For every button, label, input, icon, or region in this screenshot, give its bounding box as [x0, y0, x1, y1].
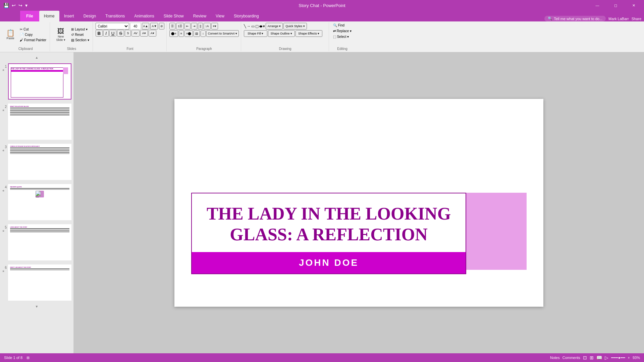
bullets-button[interactable]: ☰ — [169, 23, 175, 29]
slides-label: Slides — [67, 46, 76, 51]
slides-group: 🖼 NewSlide ▾ ⊞ Layout ▾ ↺ Reset ▤ Sectio… — [51, 22, 93, 51]
drawing-label: Drawing — [279, 46, 291, 51]
new-slide-button[interactable]: 🖼 NewSlide ▾ — [53, 27, 69, 42]
tab-home[interactable]: Home — [39, 11, 59, 21]
shape-more[interactable]: ▾ — [263, 24, 265, 28]
underline-button[interactable]: U — [109, 30, 117, 37]
shape-outline-button[interactable]: Shape Outline ▾ — [268, 30, 295, 37]
section-icon: ▤ — [71, 38, 74, 42]
tab-insert[interactable]: Insert — [59, 11, 79, 21]
align-right-button[interactable]: ≡⬤ — [184, 30, 193, 37]
tab-file[interactable]: File — [20, 11, 39, 21]
reading-view-button[interactable]: 📖 — [596, 355, 602, 360]
font-size-increase[interactable]: A▲ — [142, 23, 150, 29]
align-center-button[interactable]: ≡ — [179, 30, 184, 37]
copy-button[interactable]: 📄 Copy — [18, 32, 48, 37]
customize-button[interactable]: ▾ — [24, 2, 28, 9]
layout-button[interactable]: ⊞ Layout ▾ — [70, 27, 90, 32]
fit-slide-icon[interactable]: ⊞ — [26, 356, 30, 360]
strikethrough-button[interactable]: S — [117, 30, 124, 37]
slide-4-thumb[interactable]: FAVORITE QUOTE — [8, 184, 71, 220]
find-label: Find — [338, 23, 344, 27]
slide-5-thumb[interactable]: LIKED ABOUT THE STORY — [8, 224, 71, 260]
clear-formatting-button[interactable]: ⊘ — [159, 23, 164, 29]
tab-transitions[interactable]: Transitions — [101, 11, 129, 21]
undo-button[interactable]: ↩ — [11, 2, 16, 9]
slide-3-thumb[interactable]: COMMON LIFE PROBLEMS THE AUTHOR IS WRITI… — [8, 144, 71, 180]
shadow-button[interactable]: S — [125, 30, 131, 37]
replace-button[interactable]: ⇄ Replace ▾ — [332, 28, 353, 34]
justify-button[interactable]: ▤ — [194, 30, 200, 37]
shape-rect[interactable]: ▭ — [251, 24, 255, 28]
shape-fill-button[interactable]: Shape Fill ▾ — [244, 30, 267, 37]
shape-line2[interactable]: → — [247, 24, 251, 28]
window-title: Story Chat - PowerPoint — [299, 3, 345, 8]
user-label[interactable]: Mark LaBarr — [608, 17, 629, 21]
slide-sorter-button[interactable]: ⊞ — [590, 355, 594, 360]
slide-title-box[interactable]: THE LADY IN THE LOOKING GLASS: A REFLECT… — [191, 193, 466, 274]
arrange-button[interactable]: Arrange ▾ — [266, 23, 283, 29]
find-button[interactable]: 🔍 Find — [332, 23, 346, 28]
restore-button[interactable]: ◻ — [608, 0, 623, 11]
close-button[interactable]: ✕ — [626, 0, 641, 11]
presenter-view-button[interactable]: ▷ — [605, 355, 608, 360]
tab-design[interactable]: Design — [79, 11, 101, 21]
slide-6-thumb[interactable]: DIDN'T LIKE ABOUT THE STORY — [8, 264, 71, 301]
font-size-input[interactable] — [130, 23, 141, 29]
cut-button[interactable]: ✂ Cut — [18, 27, 48, 32]
font-size-decrease[interactable]: A▼ — [150, 23, 158, 29]
shape-effects-button[interactable]: Shape Effects ▾ — [296, 30, 322, 37]
convert-smartart-button[interactable]: Convert to SmartArt ▾ — [206, 30, 239, 37]
shape-ellipse[interactable]: ⬬ — [259, 24, 262, 28]
redo-button[interactable]: ↪ — [18, 2, 23, 9]
reset-icon: ↺ — [71, 33, 74, 37]
quick-access-toolbar: 💾 ↩ ↪ ▾ — [3, 2, 28, 9]
text-highlight-button[interactable]: A▾ — [149, 30, 156, 37]
zoom-slider[interactable]: ━━━●━━ — [611, 356, 625, 360]
align-text-button[interactable]: ≡▾ — [211, 23, 218, 29]
indent-increase[interactable]: ⇥ — [191, 23, 197, 29]
quick-styles-button[interactable]: Quick Styles ▾ — [283, 23, 307, 29]
char-spacing-button[interactable]: AV — [131, 30, 139, 37]
scroll-up[interactable]: ▲ — [1, 55, 72, 60]
font-family-select[interactable]: Calibri — [96, 23, 129, 29]
bold-button[interactable]: B — [96, 30, 103, 37]
col-button[interactable]: || — [198, 23, 203, 29]
font-color-button[interactable]: A▾ — [140, 30, 148, 37]
line-spacing-button[interactable]: ↕ — [201, 30, 206, 37]
tab-slideshow[interactable]: Slide Show — [159, 11, 189, 21]
shape-line[interactable]: ╲ — [244, 24, 246, 28]
save-button[interactable]: 💾 — [3, 2, 10, 9]
normal-view-button[interactable]: ⊡ — [583, 355, 587, 360]
slide-2-num: 2 ★ — [2, 104, 7, 112]
search-box[interactable]: 🔍 Tell me what you want to do... — [544, 16, 606, 21]
slide-5-num: 5 ★ — [2, 224, 7, 233]
select-button[interactable]: ⬚ Select ▾ — [332, 34, 351, 39]
minimize-button[interactable]: — — [590, 0, 605, 11]
tab-review[interactable]: Review — [189, 11, 211, 21]
text-direction-button[interactable]: ↕A — [204, 23, 211, 29]
editing-content: 🔍 Find ⇄ Replace ▾ ⬚ Select ▾ — [332, 23, 353, 46]
cut-label: Cut — [23, 27, 29, 31]
section-button[interactable]: ▤ Section ▾ — [70, 38, 90, 43]
paragraph-content: ☰ 1☰ ⇤ ⇥ || ↕A ≡▾ ⬤≡ ≡ ≡⬤ ▤ ↕ Convert to… — [169, 23, 238, 46]
indent-decrease[interactable]: ⇤ — [184, 23, 191, 29]
zoom-in-button[interactable]: + — [628, 356, 630, 360]
paste-button[interactable]: 📋 Paste — [3, 29, 17, 41]
share-button[interactable]: Share — [632, 17, 641, 21]
slide-2-thumb[interactable]: WHAT THE AUTHOR VALUES — [8, 104, 71, 140]
italic-button[interactable]: I — [103, 30, 109, 37]
scroll-down[interactable]: ▼ — [1, 304, 72, 309]
reset-button[interactable]: ↺ Reset — [70, 32, 90, 37]
align-left-button[interactable]: ⬤≡ — [169, 30, 178, 37]
slide-canvas[interactable]: THE LADY IN THE LOOKING GLASS: A REFLECT… — [174, 99, 543, 307]
numbering-button[interactable]: 1☰ — [176, 23, 184, 29]
notes-button[interactable]: Notes — [550, 356, 560, 360]
format-painter-button[interactable]: 🖌 Format Painter — [18, 38, 48, 43]
slide-1-thumb[interactable]: THE LADY IN THE LOOKING GLASS: A REFLECT… — [8, 63, 71, 100]
tab-view[interactable]: View — [211, 11, 229, 21]
tab-animations[interactable]: Animations — [129, 11, 159, 21]
shape-roundrect[interactable]: ▢ — [255, 24, 259, 28]
comments-button[interactable]: Comments — [562, 356, 580, 360]
tab-storyboarding[interactable]: Storyboarding — [229, 11, 264, 21]
